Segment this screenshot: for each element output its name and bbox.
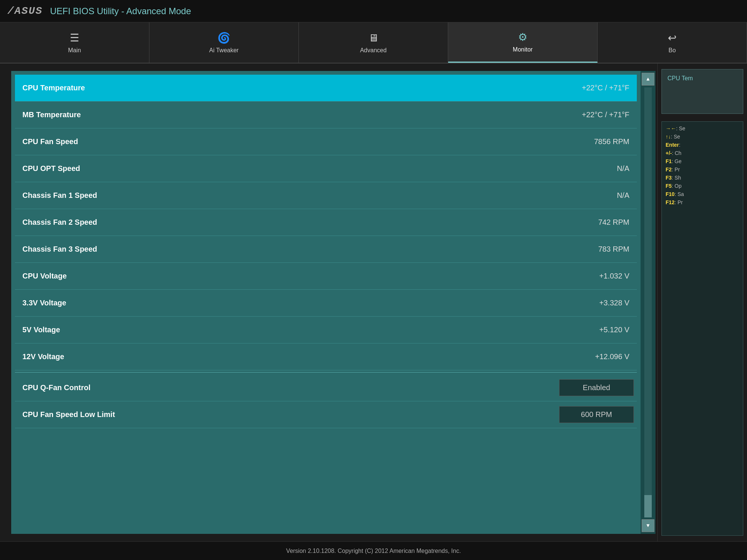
scroll-down-button[interactable]: ▼: [642, 519, 654, 532]
key-hint-→←: →←: Se: [666, 125, 739, 131]
key-hint-F12: F12: Pr: [666, 199, 739, 205]
row-value-33v-voltage: +3.328 V: [532, 294, 637, 312]
tab-icon-monitor: ⚙: [518, 31, 527, 43]
key-desc: : Ge: [672, 158, 681, 164]
key-desc: :: [679, 142, 681, 148]
control-label-cpu-qfan: CPU Q-Fan Control: [15, 379, 556, 396]
monitor-row-33v-voltage[interactable]: 3.3V Voltage +3.328 V: [15, 290, 637, 317]
row-value-cpu-fan: 7856 RPM: [532, 133, 637, 150]
key-hint-+/-: +/-: Ch: [666, 150, 739, 156]
scroll-up-button[interactable]: ▲: [642, 73, 654, 85]
row-label-12v-voltage: 12V Voltage: [15, 348, 532, 365]
row-value-chassis-fan2: 742 RPM: [532, 214, 637, 231]
key-desc: : Se: [671, 134, 680, 140]
key-desc: : Pr: [675, 199, 683, 205]
key-label: F10: [666, 191, 675, 197]
control-value-cpu-fan-low[interactable]: 600 RPM: [559, 406, 634, 423]
scroll-thumb[interactable]: [644, 495, 652, 517]
row-label-cpu-voltage: CPU Voltage: [15, 267, 532, 285]
key-label: +/-: [666, 150, 672, 156]
control-value-cpu-qfan[interactable]: Enabled: [559, 379, 634, 396]
right-sidebar: CPU Tem →←: Se↑↓: SeEnter:+/-: ChF1: GeF…: [657, 63, 747, 541]
tab-label-ai-tweaker: Ai Tweaker: [209, 47, 239, 54]
monitor-row-chassis-fan3[interactable]: Chassis Fan 3 Speed 783 RPM: [15, 236, 637, 263]
monitor-row-chassis-fan2[interactable]: Chassis Fan 2 Speed 742 RPM: [15, 209, 637, 236]
help-title: CPU Tem: [667, 75, 737, 82]
row-label-33v-voltage: 3.3V Voltage: [15, 294, 532, 312]
key-label: F2: [666, 167, 672, 172]
monitor-row-12v-voltage[interactable]: 12V Voltage +12.096 V: [15, 343, 637, 370]
row-value-mb-temp: +22°C / +71°F: [532, 106, 637, 124]
key-label: →←: [666, 125, 676, 131]
row-value-cpu-temp: +22°C / +71°F: [532, 79, 637, 97]
key-hint-F3: F3: Sh: [666, 175, 739, 181]
tab-label-advanced: Advanced: [360, 47, 387, 54]
asus-logo: /ASUS: [7, 5, 43, 17]
monitor-control-cpu-qfan[interactable]: CPU Q-Fan Control Enabled: [15, 374, 637, 401]
key-label: F12: [666, 199, 675, 205]
row-label-chassis-fan2: Chassis Fan 2 Speed: [15, 214, 532, 231]
key-desc: : Op: [672, 183, 681, 189]
nav-tab-advanced[interactable]: 🖥 Advanced: [299, 22, 448, 63]
tab-label-main: Main: [68, 47, 81, 54]
key-hint-F5: F5: Op: [666, 183, 739, 189]
tab-label-boot: Bo: [669, 47, 676, 54]
nav-tab-boot[interactable]: ↩ Bo: [598, 22, 747, 63]
monitor-row-cpu-voltage[interactable]: CPU Voltage +1.032 V: [15, 263, 637, 290]
row-value-5v-voltage: +5.120 V: [532, 321, 637, 339]
key-hints: →←: Se↑↓: SeEnter:+/-: ChF1: GeF2: PrF3:…: [661, 121, 743, 536]
main-content: CPU Temperature +22°C / +71°F MB Tempera…: [0, 63, 747, 541]
row-value-chassis-fan1: N/A: [532, 187, 637, 204]
nav-tab-monitor[interactable]: ⚙ Monitor: [448, 22, 598, 63]
control-label-cpu-fan-low: CPU Fan Speed Low Limit: [15, 406, 556, 423]
monitor-panel: CPU Temperature +22°C / +71°F MB Tempera…: [11, 71, 641, 534]
row-value-cpu-voltage: +1.032 V: [532, 267, 637, 285]
monitor-row-chassis-fan1[interactable]: Chassis Fan 1 Speed N/A: [15, 182, 637, 209]
nav-tab-main[interactable]: ☰ Main: [0, 22, 149, 63]
key-label: F1: [666, 158, 672, 164]
key-hint-Enter: Enter:: [666, 142, 739, 148]
footer-text: Version 2.10.1208. Copyright (C) 2012 Am…: [286, 548, 461, 554]
tab-icon-advanced: 🖥: [368, 32, 379, 44]
key-label: F5: [666, 183, 672, 189]
key-desc: : Se: [676, 125, 685, 131]
row-label-chassis-fan3: Chassis Fan 3 Speed: [15, 240, 532, 258]
key-desc: : Sa: [675, 191, 684, 197]
row-label-chassis-fan1: Chassis Fan 1 Speed: [15, 187, 532, 204]
key-desc: : Pr: [672, 167, 680, 172]
key-hint-F10: F10: Sa: [666, 191, 739, 197]
row-label-cpu-opt: CPU OPT Speed: [15, 160, 532, 177]
key-hint-F1: F1: Ge: [666, 158, 739, 164]
tab-icon-boot: ↩: [668, 32, 676, 44]
monitor-row-5v-voltage[interactable]: 5V Voltage +5.120 V: [15, 317, 637, 343]
row-label-mb-temp: MB Temperature: [15, 106, 532, 124]
monitor-row-cpu-fan[interactable]: CPU Fan Speed 7856 RPM: [15, 128, 637, 155]
row-value-12v-voltage: +12.096 V: [532, 348, 637, 365]
monitor-control-cpu-fan-low[interactable]: CPU Fan Speed Low Limit 600 RPM: [15, 401, 637, 428]
monitor-row-cpu-temp[interactable]: CPU Temperature +22°C / +71°F: [15, 75, 637, 102]
key-hint-↑↓: ↑↓: Se: [666, 134, 739, 140]
nav-tabs: ☰ Main 🌀 Ai Tweaker 🖥 Advanced ⚙ Monitor…: [0, 22, 747, 63]
key-label: Enter: [666, 142, 679, 148]
nav-tab-ai-tweaker[interactable]: 🌀 Ai Tweaker: [149, 22, 299, 63]
help-box: CPU Tem: [661, 69, 743, 114]
key-desc: : Ch: [672, 150, 682, 156]
tab-icon-main: ☰: [70, 32, 79, 44]
row-label-cpu-fan: CPU Fan Speed: [15, 133, 532, 150]
monitor-rows-container: CPU Temperature +22°C / +71°F MB Tempera…: [15, 75, 637, 370]
scrollbar[interactable]: ▲ ▼: [641, 71, 655, 534]
row-value-chassis-fan3: 783 RPM: [532, 240, 637, 258]
footer: Version 2.10.1208. Copyright (C) 2012 Am…: [0, 541, 747, 560]
row-label-5v-voltage: 5V Voltage: [15, 321, 532, 339]
monitor-row-mb-temp[interactable]: MB Temperature +22°C / +71°F: [15, 102, 637, 128]
row-value-cpu-opt: N/A: [532, 160, 637, 177]
tab-label-monitor: Monitor: [513, 46, 533, 53]
monitor-row-cpu-opt[interactable]: CPU OPT Speed N/A: [15, 155, 637, 182]
key-label: ↑↓: [666, 134, 671, 140]
header-title: UEFI BIOS Utility - Advanced Mode: [50, 6, 191, 16]
header-bar: /ASUS UEFI BIOS Utility - Advanced Mode: [0, 0, 747, 22]
key-hint-F2: F2: Pr: [666, 167, 739, 172]
key-desc: : Sh: [672, 175, 681, 181]
row-label-cpu-temp: CPU Temperature: [15, 79, 532, 97]
key-label: F3: [666, 175, 672, 181]
